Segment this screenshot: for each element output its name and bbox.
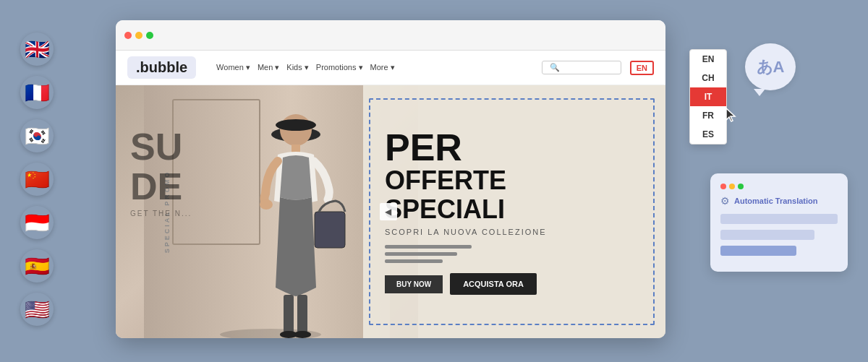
hero-line-2 [385,252,457,256]
lang-option-en[interactable]: EN [690,50,726,69]
hero-line-3 [385,259,443,263]
hero-title-line3: SPECIALI [385,195,651,224]
svg-rect-11 [297,295,307,335]
flag-es[interactable]: 🇪🇸 [20,249,54,283]
widget-dot-red [720,184,726,189]
widget-field-2[interactable] [720,230,814,240]
hero-subtitle: SCOPRI LA NUOVA COLLEZIONE [385,228,651,236]
flags-panel: 🇬🇧 🇫🇷 🇰🇷 🇨🇳 🇮🇩 🇪🇸 🇺🇸 [20,33,54,326]
hero-buttons: BUY NOW ACQUISTA ORA [385,273,651,295]
lang-option-it[interactable]: IT [690,87,726,106]
svg-point-13 [294,331,311,338]
close-dot [124,32,132,39]
hero-line-1 [385,245,472,249]
language-dropdown[interactable]: EN CH IT FR ES [689,49,727,145]
widget-window-controls [720,184,838,189]
lang-option-es[interactable]: ES [690,125,726,144]
hero-section: SPECIAL PROMO SU DE GET THE N... ◀ PER O… [116,85,665,338]
search-bar[interactable]: 🔍 [542,61,621,74]
hero-title-line1: PER [385,129,651,166]
lang-option-ch[interactable]: CH [690,69,726,87]
search-icon: 🔍 [550,63,560,72]
store-logo: .bubble [127,56,196,79]
hero-partial-get: GET THE N... [130,210,192,217]
hero-partial-de: DE [130,165,182,208]
flag-kr[interactable]: 🇰🇷 [20,119,54,152]
svg-point-8 [260,199,273,210]
nav-kids[interactable]: Kids ▾ [286,63,308,72]
hero-prev-arrow[interactable]: ◀ [380,203,397,220]
svg-rect-9 [315,212,345,248]
nav-more[interactable]: More ▾ [370,63,395,72]
widget-dot-yellow [729,184,735,189]
flag-cn[interactable]: 🇨🇳 [20,163,54,196]
translate-icon: あA [757,56,785,78]
widget-dot-green [738,184,744,189]
widget-header: ⚙ Automatic Translation [720,195,838,207]
nav-promotions[interactable]: Promotions ▾ [316,63,363,72]
widget-field-1[interactable] [720,214,838,224]
language-button[interactable]: EN [630,61,654,75]
buy-now-button[interactable]: BUY NOW [385,275,443,293]
svg-point-6 [276,119,316,131]
minimize-dot [135,32,142,39]
translate-bubble: あA [745,43,803,94]
acquista-ora-button[interactable]: ACQUISTA ORA [450,273,537,295]
gear-icon: ⚙ [720,195,730,207]
nav-men[interactable]: Men ▾ [258,63,279,72]
widget-field-3[interactable] [720,246,796,256]
mouse-cursor [725,107,739,124]
browser-chrome [116,20,665,51]
speech-bubble-icon: あA [745,43,796,90]
widget-title: Automatic Translation [734,197,818,205]
translation-widget: ⚙ Automatic Translation [710,173,848,272]
store-nav: .bubble Women ▾ Men ▾ Kids ▾ Promotions … [116,51,665,85]
lang-option-fr[interactable]: FR [690,106,726,125]
nav-women[interactable]: Women ▾ [216,63,250,72]
flag-uk[interactable]: 🇬🇧 [20,33,54,66]
hero-decorative-lines [385,245,651,263]
nav-links: Women ▾ Men ▾ Kids ▾ Promotions ▾ More ▾ [216,63,533,72]
hero-partial-su: SU [130,125,182,168]
browser-window-controls [124,32,153,39]
hero-text-area: PER OFFERTE SPECIALI SCOPRI LA NUOVA COL… [363,85,665,338]
svg-rect-10 [284,295,294,335]
hero-title-line2: OFFERTE [385,166,651,195]
browser-window: .bubble Women ▾ Men ▾ Kids ▾ Promotions … [116,20,665,338]
flag-us[interactable]: 🇺🇸 [20,293,54,326]
maximize-dot [146,32,153,39]
flag-fr[interactable]: 🇫🇷 [20,76,54,109]
flag-id[interactable]: 🇮🇩 [20,206,54,239]
